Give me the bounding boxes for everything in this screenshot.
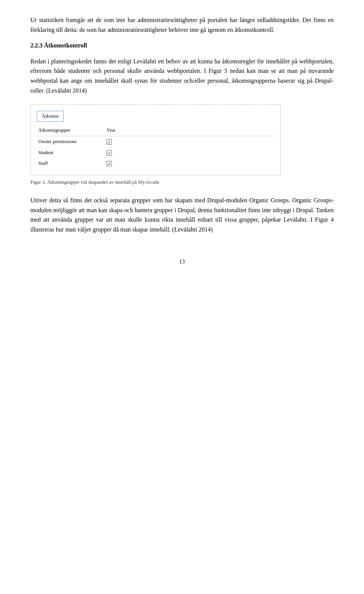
row-label-1: Student [37, 147, 105, 158]
table-header-col1: Åtkomstgrupper [37, 126, 105, 136]
row-label-2: Staff [37, 158, 105, 169]
table-row: Owner permissions [37, 136, 274, 147]
table-row: Student [37, 147, 274, 158]
figure-3-container: Åtkomst Åtkomstgrupper Visa Owner permis… [30, 104, 281, 175]
paragraph-1: Ur statistiken framgår att de som inte h… [30, 15, 334, 35]
atkomst-table: Åtkomstgrupper Visa Owner permissionsStu… [37, 126, 274, 169]
checkbox-icon [107, 150, 112, 156]
atkomst-tab: Åtkomst [37, 111, 64, 122]
row-checkbox-2 [105, 158, 274, 169]
paragraph-2: Redan i planeringsskedet fanns det enlig… [30, 57, 334, 95]
checkbox-icon [107, 139, 112, 145]
row-label-0: Owner permissions [37, 136, 105, 147]
page-number: 13 [30, 257, 334, 266]
row-checkbox-0 [105, 136, 274, 147]
section-heading-223: 2.2.3 Åtkomstkontroll [30, 41, 334, 50]
checkbox-icon [107, 161, 112, 166]
table-row: Staff [37, 158, 274, 169]
row-checkbox-1 [105, 147, 274, 158]
figure-3-caption: Figur 3. Åtkomstgrupper vid skapandet av… [30, 178, 334, 186]
table-header-col2: Visa [105, 126, 274, 136]
paragraph-3: Utöver detta så finns det också separata… [30, 195, 334, 234]
